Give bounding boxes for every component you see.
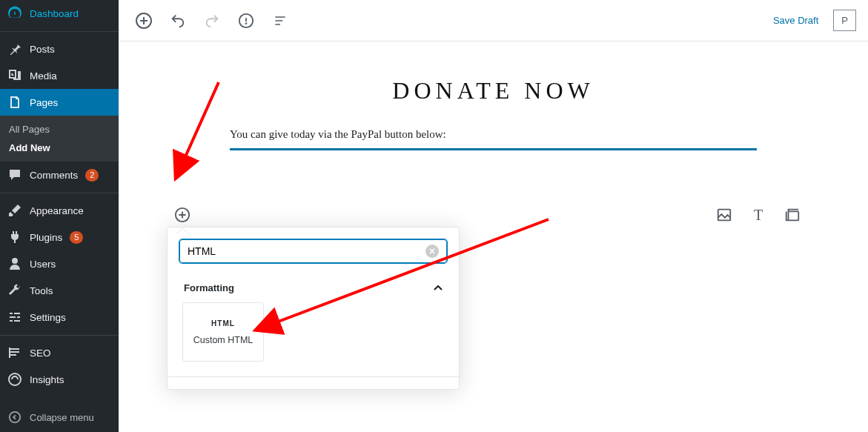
sidebar-item-users[interactable]: Users xyxy=(0,250,119,277)
editor-area: Save Draft P DONATE NOW You can give tod… xyxy=(119,0,868,432)
pin-icon xyxy=(7,41,22,56)
sliders-icon xyxy=(7,310,22,325)
block-inserter-popover: Formatting HTML Custom HTML xyxy=(167,227,460,390)
block-label: Custom HTML xyxy=(193,335,254,345)
svg-point-0 xyxy=(9,373,21,385)
undo-button[interactable] xyxy=(165,7,191,34)
block-custom-html[interactable]: HTML Custom HTML xyxy=(182,302,264,362)
submenu-add-new[interactable]: Add New xyxy=(0,139,119,157)
media-icon xyxy=(7,68,22,83)
pages-icon xyxy=(7,95,22,110)
sidebar-item-label: Plugins xyxy=(30,232,62,243)
comments-badge: 2 xyxy=(85,169,99,182)
plug-icon xyxy=(7,230,22,245)
block-side-tools: T xyxy=(715,206,801,224)
wrench-icon xyxy=(7,283,22,298)
sidebar-item-media[interactable]: Media xyxy=(0,62,119,89)
dashboard-icon xyxy=(7,6,22,21)
submenu-all-pages[interactable]: All Pages xyxy=(0,120,119,139)
sidebar-item-label: Posts xyxy=(30,44,55,55)
chevron-up-icon xyxy=(434,285,443,291)
editor-toolbar: Save Draft P xyxy=(119,0,868,41)
sidebar-item-pages[interactable]: Pages xyxy=(0,89,119,116)
sidebar-item-label: Tools xyxy=(30,285,53,296)
block-search-field[interactable] xyxy=(179,239,447,263)
gallery-block-shortcut[interactable] xyxy=(783,206,801,224)
sidebar-item-comments[interactable]: Comments 2 xyxy=(0,162,119,188)
heading-block-shortcut[interactable]: T xyxy=(749,206,767,224)
sidebar-item-label: Comments xyxy=(30,170,78,181)
sidebar-item-label: Media xyxy=(30,70,57,82)
sidebar-item-label: Users xyxy=(30,259,56,270)
svg-point-1 xyxy=(10,412,20,422)
user-icon xyxy=(7,256,22,271)
content-structure-button[interactable] xyxy=(233,7,259,34)
admin-sidebar: Dashboard Posts Media Pages All Pages Ad… xyxy=(0,0,119,432)
sidebar-item-appearance[interactable]: Appearance xyxy=(0,197,119,224)
paragraph-text: You can give today via the PayPal button… xyxy=(230,128,446,140)
brush-icon xyxy=(7,203,22,218)
sidebar-item-settings[interactable]: Settings xyxy=(0,304,119,330)
sidebar-item-label: Pages xyxy=(30,97,58,108)
clear-search-icon[interactable] xyxy=(425,245,439,258)
collapse-menu[interactable]: Collapse menu xyxy=(0,402,119,432)
block-search-input[interactable] xyxy=(188,245,425,257)
sidebar-item-label: Settings xyxy=(30,312,66,323)
sidebar-item-label: Insights xyxy=(30,374,64,385)
html-icon: HTML xyxy=(211,319,235,328)
paragraph-block[interactable]: You can give today via the PayPal button… xyxy=(230,128,757,150)
image-block-shortcut[interactable] xyxy=(715,206,733,224)
redo-button[interactable] xyxy=(199,7,225,34)
category-header-formatting[interactable]: Formatting xyxy=(184,282,443,293)
collapse-icon xyxy=(7,410,22,425)
sidebar-item-tools[interactable]: Tools xyxy=(0,277,119,304)
sidebar-submenu-pages: All Pages Add New xyxy=(0,116,119,162)
sidebar-item-label: Appearance xyxy=(30,205,84,216)
sidebar-item-dashboard[interactable]: Dashboard xyxy=(0,0,119,27)
save-draft-button[interactable]: Save Draft xyxy=(766,9,826,32)
collapse-label: Collapse menu xyxy=(30,412,94,423)
preview-button[interactable]: P xyxy=(833,10,856,31)
svg-rect-6 xyxy=(789,211,799,220)
sidebar-item-seo[interactable]: SEO xyxy=(0,339,119,366)
page-title[interactable]: DONATE NOW xyxy=(170,77,816,104)
insights-icon xyxy=(7,372,22,387)
seo-icon xyxy=(7,345,22,360)
comment-icon xyxy=(7,167,22,182)
svg-point-4 xyxy=(246,23,247,24)
plugins-badge: 5 xyxy=(70,231,83,244)
block-navigation-button[interactable] xyxy=(267,7,294,34)
sidebar-item-label: SEO xyxy=(30,348,51,359)
sidebar-item-label: Dashboard xyxy=(30,8,79,19)
sidebar-item-insights[interactable]: Insights xyxy=(0,366,119,393)
category-label: Formatting xyxy=(184,282,234,293)
toolbar-add-block-button[interactable] xyxy=(130,7,157,34)
sidebar-item-posts[interactable]: Posts xyxy=(0,36,119,62)
sidebar-item-plugins[interactable]: Plugins 5 xyxy=(0,224,119,250)
